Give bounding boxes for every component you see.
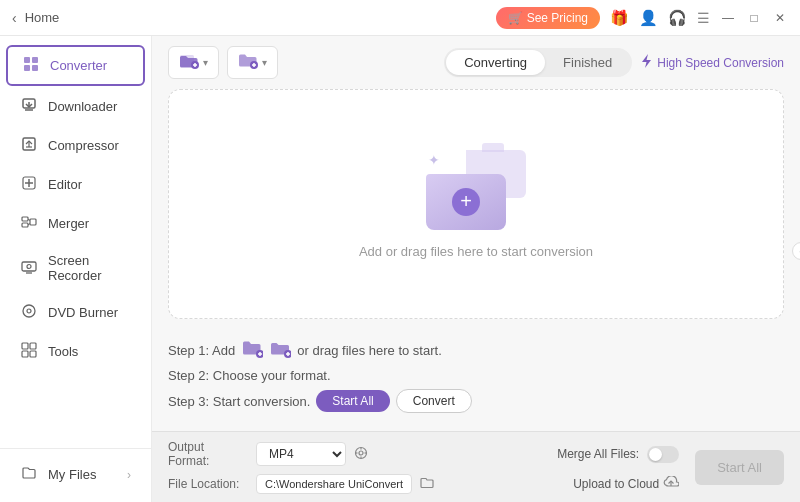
sidebar-compressor-label: Compressor [48, 138, 119, 153]
see-pricing-button[interactable]: 🛒 See Pricing [496, 7, 600, 29]
home-label: Home [25, 10, 60, 25]
bottom-left: Output Format: MP4 MOV AVI MKV [168, 440, 679, 494]
file-location-input[interactable] [256, 474, 412, 494]
sidebar: Converter Downloader [0, 36, 152, 502]
sidebar-tools-label: Tools [48, 344, 78, 359]
step-3-label: Step 3: Start conversion. [168, 394, 310, 409]
svg-rect-23 [22, 343, 28, 349]
step-3-row: Step 3: Start conversion. Start All Conv… [168, 389, 784, 413]
merge-files-label: Merge All Files: [557, 447, 639, 461]
format-settings-button[interactable] [354, 446, 368, 463]
output-format-select[interactable]: MP4 MOV AVI MKV [256, 442, 346, 466]
folder-plus-icon: + [452, 188, 480, 216]
drop-text: Add or drag files here to start conversi… [359, 244, 593, 259]
sidebar-item-dvd-burner[interactable]: DVD Burner [6, 294, 145, 331]
svg-rect-14 [22, 223, 28, 227]
convert-button[interactable]: Convert [396, 389, 472, 413]
sidebar-merger-label: Merger [48, 216, 89, 231]
svg-rect-0 [24, 57, 30, 63]
cart-icon: 🛒 [508, 11, 523, 25]
add-folder-dropdown-icon: ▾ [262, 57, 267, 68]
compressor-icon [20, 136, 38, 155]
bottom-start-all-button[interactable]: Start All [695, 450, 784, 485]
svg-rect-15 [30, 219, 36, 225]
step-2-label: Step 2: Choose your format. [168, 368, 331, 383]
sidebar-item-my-files[interactable]: My Files › [6, 456, 145, 493]
sidebar-screen-recorder-label: Screen Recorder [48, 253, 131, 283]
browse-folder-button[interactable] [420, 476, 434, 492]
close-button[interactable]: ✕ [772, 11, 788, 25]
add-folder-button[interactable]: ▾ [227, 46, 278, 79]
titlebar-right: 🛒 See Pricing 🎁 👤 🎧 ☰ — □ ✕ [496, 7, 788, 29]
drop-area[interactable]: + ✦ Add or drag files here to start conv… [168, 89, 784, 319]
maximize-button[interactable]: □ [746, 11, 762, 25]
main-layout: Converter Downloader [0, 36, 800, 502]
output-format-label: Output Format: [168, 440, 248, 468]
titlebar-left: ‹ Home [12, 10, 59, 26]
profile-icon[interactable]: 👤 [639, 9, 658, 27]
upload-cloud-label: Upload to Cloud [573, 477, 659, 491]
downloader-icon [20, 97, 38, 116]
svg-rect-2 [24, 65, 30, 71]
sidebar-item-editor[interactable]: Editor [6, 166, 145, 203]
start-all-button[interactable]: Start All [316, 390, 389, 412]
svg-rect-13 [22, 217, 28, 221]
svg-rect-26 [30, 351, 36, 357]
sidebar-converter-label: Converter [50, 58, 107, 73]
add-file-button[interactable]: ▾ [168, 46, 219, 79]
add-file-icon [179, 52, 199, 73]
tab-converting[interactable]: Converting [446, 50, 545, 75]
screen-recorder-icon [20, 259, 38, 278]
svg-rect-1 [32, 57, 38, 63]
svg-point-21 [23, 305, 35, 317]
high-speed-label: High Speed Conversion [657, 56, 784, 70]
home-link[interactable]: Home [25, 10, 60, 25]
toolbar: ▾ ▾ Converting Finished [152, 36, 800, 89]
merger-icon [20, 214, 38, 233]
content-area: ▾ ▾ Converting Finished [152, 36, 800, 502]
file-location-label: File Location: [168, 477, 248, 491]
gift-icon[interactable]: 🎁 [610, 9, 629, 27]
sidebar-item-converter[interactable]: Converter [6, 45, 145, 86]
svg-point-42 [359, 451, 363, 455]
menu-icon[interactable]: ☰ [697, 10, 710, 26]
minimize-button[interactable]: — [720, 11, 736, 25]
merge-row: Merge All Files: [557, 446, 679, 463]
sidebar-dvd-burner-label: DVD Burner [48, 305, 118, 320]
editor-icon [20, 175, 38, 194]
tab-finished[interactable]: Finished [545, 50, 630, 75]
sidebar-item-merger[interactable]: Merger [6, 205, 145, 242]
file-location-row: File Location: Upload to Cloud [168, 474, 679, 494]
sidebar-bottom: My Files › [0, 448, 151, 494]
step-1-add-file-icon [241, 339, 263, 362]
merge-files-toggle[interactable] [647, 446, 679, 463]
svg-point-19 [27, 264, 31, 268]
sidebar-item-compressor[interactable]: Compressor [6, 127, 145, 164]
sidebar-item-screen-recorder[interactable]: Screen Recorder [6, 244, 145, 292]
sidebar-downloader-label: Downloader [48, 99, 117, 114]
output-format-row: Output Format: MP4 MOV AVI MKV [168, 440, 679, 468]
back-icon[interactable]: ‹ [12, 10, 17, 26]
add-folder-icon [238, 52, 258, 73]
upload-cloud-row: Upload to Cloud [573, 476, 679, 492]
svg-rect-24 [30, 343, 36, 349]
tools-icon [20, 342, 38, 361]
step-2-row: Step 2: Choose your format. [168, 368, 784, 383]
sparkle-icon: ✦ [428, 152, 440, 168]
step-1-suffix: or drag files here to start. [297, 343, 442, 358]
svg-rect-18 [22, 262, 36, 271]
upload-cloud-button[interactable] [663, 476, 679, 492]
lightning-icon [640, 53, 653, 72]
my-files-icon [20, 465, 38, 484]
add-file-dropdown-icon: ▾ [203, 57, 208, 68]
tab-group: Converting Finished [444, 48, 632, 77]
converter-icon [22, 56, 40, 75]
high-speed-button[interactable]: High Speed Conversion [640, 53, 784, 72]
dvd-burner-icon [20, 303, 38, 322]
folder-illustration: + ✦ [426, 150, 526, 230]
sidebar-item-downloader[interactable]: Downloader [6, 88, 145, 125]
headset-icon[interactable]: 🎧 [668, 9, 687, 27]
bottom-bar: Output Format: MP4 MOV AVI MKV [152, 431, 800, 502]
sidebar-item-tools[interactable]: Tools [6, 333, 145, 370]
svg-point-22 [27, 309, 31, 313]
